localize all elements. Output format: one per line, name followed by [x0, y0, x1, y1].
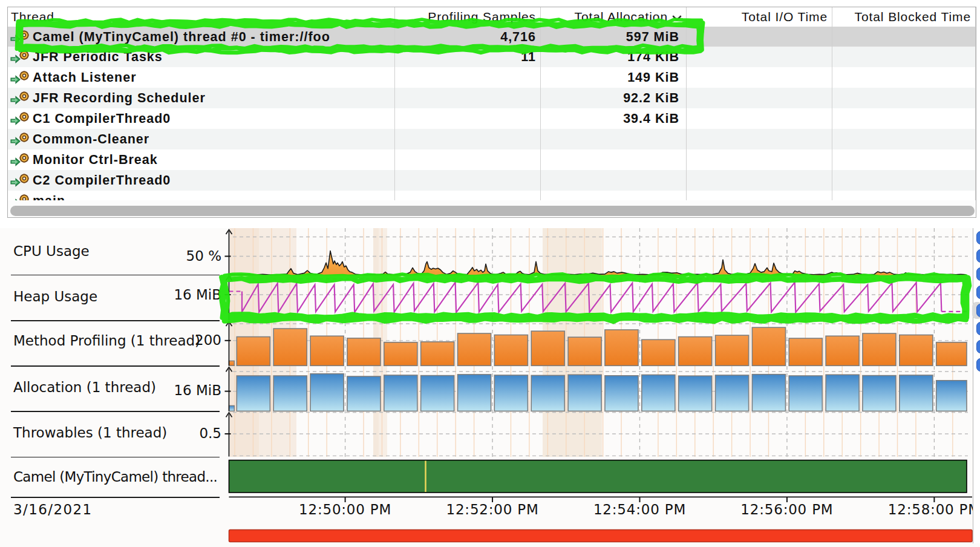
- thread-name: C2 CompilerThread0: [8, 170, 394, 191]
- allocation-bar: [752, 375, 785, 411]
- total-io-time-value: [686, 108, 832, 129]
- profiling-samples-value: [394, 129, 540, 149]
- table-horizontal-scrollbar[interactable]: [8, 200, 976, 217]
- thread-row-2[interactable]: JFR Periodic Tasks11174 KiB: [8, 47, 976, 67]
- time-axis-label: 12:56:00 PM: [740, 502, 833, 517]
- table-horizontal-scrollbar-thumb[interactable]: [10, 206, 975, 216]
- thread-table-header: ThreadProfiling SamplesTotal AllocationT…: [8, 7, 976, 26]
- method-profiling-bar: [273, 329, 307, 365]
- column-separator: [540, 7, 541, 200]
- allocation-bar-partial: [229, 405, 235, 411]
- method-profiling-bar: [936, 342, 967, 366]
- method-profiling-bar: [531, 331, 564, 365]
- allocation-bar: [936, 381, 967, 411]
- column-header-profiling-samples[interactable]: Profiling Samples: [394, 7, 540, 26]
- total-io-time-value: [686, 129, 832, 149]
- total-blocked-time-value: [832, 88, 975, 108]
- method-profiling-bar: [310, 336, 344, 365]
- toolbar-button-4[interactable]: [976, 286, 980, 299]
- allocation-bar: [568, 375, 601, 411]
- total-allocation-value: 39.4 KiB: [540, 108, 686, 129]
- method-profiling-bar: [679, 337, 712, 366]
- profiling-samples-value: [394, 88, 540, 108]
- thread-row-6[interactable]: Common-Cleaner: [8, 129, 976, 149]
- method-profiling-bar: [605, 330, 638, 365]
- telemetry-scale-value-2: 16 MiB: [174, 287, 221, 303]
- telemetry-row-label-4: Allocation (1 thread): [13, 379, 156, 395]
- time-axis-label: 12:58:00 PM: [888, 502, 980, 517]
- thread-name: Camel (MyTinyCamel) thread #0 - timer://…: [8, 27, 394, 47]
- method-profiling-bar: [384, 342, 417, 366]
- allocation-bar: [789, 376, 822, 411]
- thread-name: main: [8, 191, 394, 200]
- thread-row-1[interactable]: Camel (MyTinyCamel) thread #0 - timer://…: [8, 27, 976, 47]
- total-io-time-value: [686, 191, 832, 200]
- thread-name: Attach Listener: [8, 67, 394, 88]
- time-axis-label: 12:54:00 PM: [593, 502, 686, 517]
- toolbar-button-8[interactable]: [976, 358, 980, 372]
- thread-row-8[interactable]: C2 CompilerThread0: [8, 170, 976, 191]
- method-profiling-bar: [347, 338, 381, 365]
- method-profiling-bar: [458, 333, 491, 365]
- time-axis-label: 12:50:00 PM: [299, 502, 391, 517]
- total-io-time-value: [686, 47, 832, 67]
- thread-row-5[interactable]: C1 CompilerThread039.4 KiB: [8, 108, 976, 129]
- profiler-window: ThreadProfiling SamplesTotal AllocationT…: [0, 0, 980, 547]
- allocation-bar: [826, 375, 859, 411]
- thread-row-3[interactable]: Attach Listener149 KiB: [8, 67, 976, 88]
- allocation-bar: [642, 375, 675, 411]
- column-header-label: Total Blocked Time: [855, 10, 971, 24]
- thread-row-9[interactable]: main: [8, 191, 976, 200]
- telemetry-row-label-2: Heap Usage: [13, 289, 97, 304]
- column-header-total-allocation[interactable]: Total Allocation: [540, 7, 686, 26]
- total-blocked-time-value: [832, 191, 975, 200]
- allocation-bar: [273, 376, 307, 411]
- allocation-bar: [531, 375, 564, 411]
- timeline-zoom-bar[interactable]: [229, 530, 973, 542]
- method-profiling-bar-partial: [229, 361, 235, 365]
- thread-row-4[interactable]: JFR Recording Scheduler92.2 KiB: [8, 88, 976, 108]
- telemetry-scale-value-3: 200: [195, 332, 221, 348]
- total-io-time-value: [686, 170, 832, 191]
- telemetry-scale-value-5: 0.5: [199, 425, 221, 441]
- column-separator: [975, 7, 976, 200]
- toolbar-button-5[interactable]: [976, 304, 980, 317]
- total-blocked-time-value: [832, 149, 975, 170]
- total-allocation-value: [540, 191, 686, 200]
- total-allocation-value: [540, 129, 686, 149]
- thread-name: JFR Recording Scheduler: [8, 88, 394, 108]
- total-allocation-value: [540, 170, 686, 191]
- toolbar-button-6[interactable]: [976, 322, 980, 335]
- column-header-thread[interactable]: Thread: [8, 7, 394, 26]
- toolbar-button-1[interactable]: [976, 231, 980, 244]
- toolbar-button-3[interactable]: [976, 267, 980, 281]
- profiling-samples-value: [394, 170, 540, 191]
- telemetry-row-separator: [11, 411, 220, 412]
- column-header-total-i-o-time[interactable]: Total I/O Time: [686, 7, 832, 26]
- method-profiling-bar: [716, 335, 749, 365]
- method-profiling-bar: [494, 335, 528, 366]
- toolbar-button-7[interactable]: [976, 340, 980, 353]
- sort-direction-chevron-down-icon: [672, 15, 682, 21]
- thread-name: Common-Cleaner: [8, 129, 394, 149]
- allocation-bar: [347, 376, 381, 411]
- method-profiling-bar: [421, 342, 454, 365]
- total-blocked-time-value: [832, 47, 975, 67]
- thread-status-timeline-bar: [229, 460, 967, 493]
- time-axis-label: 12:52:00 PM: [446, 502, 538, 517]
- allocation-bar: [237, 376, 270, 411]
- column-header-total-blocked-time[interactable]: Total Blocked Time: [832, 7, 975, 26]
- toolbar-button-2[interactable]: [976, 249, 980, 263]
- total-allocation-value: 92.2 KiB: [540, 88, 686, 108]
- thread-row-7[interactable]: Monitor Ctrl-Break: [8, 149, 976, 170]
- total-io-time-value: [686, 88, 832, 108]
- profiling-samples-value: [394, 108, 540, 129]
- allocation-bar: [494, 375, 528, 411]
- telemetry-row-label-5: Throwables (1 thread): [13, 425, 167, 441]
- telemetry-row-separator: [11, 320, 220, 321]
- telemetry-row-label-1: CPU Usage: [13, 243, 90, 259]
- total-io-time-value: [686, 27, 832, 47]
- column-header-label: Profiling Samples: [428, 10, 536, 24]
- thread-name: C1 CompilerThread0: [8, 108, 394, 129]
- telemetry-row-label-6: Camel (MyTinyCamel) thread...: [13, 469, 217, 485]
